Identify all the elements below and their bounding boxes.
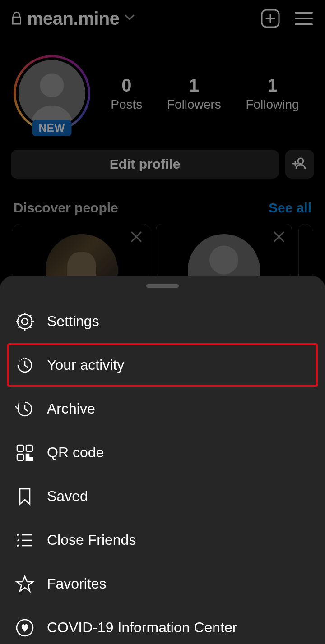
add-user-icon [292, 157, 307, 171]
lock-icon [11, 11, 23, 26]
menu-item-label: Favorites [47, 575, 107, 592]
bookmark-icon [14, 486, 35, 507]
svg-point-5 [22, 318, 28, 325]
svg-rect-14 [17, 445, 23, 451]
discover-people-header: Discover people See all [0, 192, 325, 224]
hamburger-menu-icon[interactable] [293, 8, 314, 29]
stat-posts[interactable]: 0 Posts [111, 75, 142, 112]
profile-avatar[interactable]: NEW [14, 55, 90, 132]
menu-item-covid-info[interactable]: COVID-19 Information Center [0, 606, 325, 644]
discover-people-label: Discover people [14, 200, 118, 216]
profile-stats-row: NEW 0 Posts 1 Followers 1 Following [0, 37, 325, 150]
stat-following-number: 1 [246, 75, 299, 96]
svg-rect-15 [26, 445, 32, 451]
svg-point-2 [298, 158, 303, 164]
archive-icon [14, 399, 35, 419]
menu-item-label: Settings [47, 313, 99, 330]
svg-point-1 [40, 74, 64, 97]
close-friends-icon [14, 530, 35, 551]
menu-item-label: Your activity [47, 357, 124, 373]
close-icon[interactable] [273, 230, 285, 245]
stat-posts-label: Posts [111, 97, 142, 112]
svg-point-3 [209, 246, 238, 275]
edit-profile-button[interactable]: Edit profile [11, 150, 279, 179]
options-bottom-sheet: Settings Your activity Archive QR code S… [0, 276, 325, 644]
chevron-down-icon[interactable] [125, 14, 135, 23]
stat-following-label: Following [246, 97, 299, 112]
svg-rect-18 [30, 458, 32, 460]
menu-item-close-friends[interactable]: Close Friends [0, 518, 325, 562]
svg-rect-19 [26, 458, 29, 460]
sheet-grabber[interactable] [146, 284, 179, 288]
menu-item-label: Saved [47, 488, 88, 505]
new-badge: NEW [32, 120, 72, 136]
star-icon [14, 574, 35, 594]
edit-profile-row: Edit profile [0, 150, 325, 192]
svg-rect-17 [26, 454, 29, 457]
menu-item-label: QR code [47, 444, 104, 461]
menu-item-saved[interactable]: Saved [0, 474, 325, 518]
menu-item-your-activity[interactable]: Your activity [7, 343, 318, 387]
see-all-link[interactable]: See all [269, 200, 311, 216]
create-button[interactable] [260, 8, 281, 29]
heart-circle-icon [14, 617, 35, 638]
username-label[interactable]: mean.mine [27, 9, 119, 29]
stat-followers-label: Followers [167, 97, 221, 112]
qr-code-icon [14, 442, 35, 463]
close-icon[interactable] [130, 230, 143, 245]
svg-rect-16 [17, 454, 23, 460]
menu-item-label: Close Friends [47, 532, 136, 548]
menu-item-qr-code[interactable]: QR code [0, 431, 325, 474]
activity-icon [14, 355, 35, 376]
menu-item-label: COVID-19 Information Center [47, 619, 237, 636]
stat-following[interactable]: 1 Following [246, 75, 299, 112]
menu-item-settings[interactable]: Settings [0, 299, 325, 343]
menu-item-archive[interactable]: Archive [0, 387, 325, 431]
menu-item-favorites[interactable]: Favorites [0, 562, 325, 606]
profile-header: mean.mine [0, 0, 325, 37]
gear-icon [14, 311, 35, 332]
menu-item-label: Archive [47, 400, 95, 417]
stat-followers-number: 1 [167, 75, 221, 96]
stat-posts-number: 0 [111, 75, 142, 96]
stat-followers[interactable]: 1 Followers [167, 75, 221, 112]
edit-profile-label: Edit profile [110, 156, 181, 172]
discover-people-button[interactable] [285, 150, 314, 179]
